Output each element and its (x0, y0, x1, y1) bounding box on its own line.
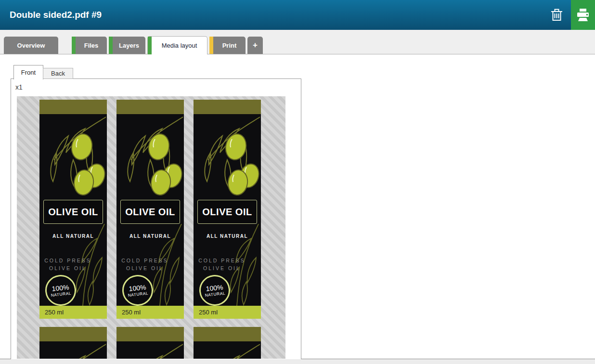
print-label-preview: OLIVE OIL ALL NATURAL COLD PRESS OLIVE O… (39, 327, 107, 359)
tab-label: Print (222, 42, 237, 49)
tab-front[interactable]: Front (13, 65, 43, 79)
tab-layers[interactable]: Layers (109, 37, 145, 54)
olive-branch-illustration (39, 341, 107, 359)
label-body: OLIVE OIL ALL NATURAL COLD PRESS OLIVE O… (194, 114, 261, 306)
label-desc-line2: OLIVE OIL (39, 265, 96, 271)
print-label-preview: OLIVE OIL ALL NATURAL COLD PRESS OLIVE O… (116, 100, 184, 319)
label-body: OLIVE OIL ALL NATURAL COLD PRESS OLIVE O… (194, 341, 261, 359)
label-volume: 250 ml (194, 306, 261, 319)
print-label-preview: OLIVE OIL ALL NATURAL COLD PRESS OLIVE O… (116, 327, 184, 359)
label-top-stripe (39, 100, 107, 114)
preview-card: x1 (11, 78, 301, 359)
label-desc-line2: OLIVE OIL (194, 265, 250, 271)
label-top-stripe (39, 327, 107, 341)
label-desc-line1: COLD PRESS (194, 258, 250, 263)
label-body: OLIVE OIL ALL NATURAL COLD PRESS OLIVE O… (116, 341, 184, 359)
tab-media-layout[interactable]: Media layout (147, 36, 207, 54)
tab-label: Overview (17, 42, 45, 49)
label-title: OLIVE OIL (125, 207, 175, 218)
trash-icon (550, 8, 563, 22)
title-bar: Double sided2.pdf #9 (0, 0, 595, 30)
tab-label: Back (51, 70, 65, 77)
printer-icon (575, 8, 591, 22)
label-desc-line1: COLD PRESS (39, 258, 96, 263)
label-top-stripe (116, 100, 184, 114)
label-tagline: ALL NATURAL (39, 234, 107, 239)
olive-branch-illustration (194, 341, 261, 359)
label-title-frame: OLIVE OIL (120, 200, 180, 224)
tab-back[interactable]: Back (43, 68, 73, 79)
tab-label: Media layout (162, 42, 197, 49)
media-preview-canvas[interactable]: OLIVE OIL ALL NATURAL COLD PRESS OLIVE O… (17, 96, 285, 359)
label-desc-line1: COLD PRESS (116, 258, 173, 263)
label-title: OLIVE OIL (202, 207, 252, 218)
label-body: OLIVE OIL ALL NATURAL COLD PRESS OLIVE O… (39, 114, 107, 306)
olive-branch-illustration (194, 114, 261, 201)
label-desc-line2: OLIVE OIL (116, 265, 173, 271)
label-title-frame: OLIVE OIL (197, 200, 257, 224)
print-label-preview: OLIVE OIL ALL NATURAL COLD PRESS OLIVE O… (194, 100, 261, 319)
label-title-frame: OLIVE OIL (43, 200, 103, 224)
label-body: OLIVE OIL ALL NATURAL COLD PRESS OLIVE O… (116, 114, 184, 306)
label-grid: OLIVE OIL ALL NATURAL COLD PRESS OLIVE O… (39, 100, 271, 359)
status-stripe-green (109, 37, 113, 54)
print-label-preview: OLIVE OIL ALL NATURAL COLD PRESS OLIVE O… (39, 100, 107, 319)
olive-branch-illustration (116, 114, 184, 201)
olive-branch-illustration (116, 341, 184, 359)
tab-label: Front (21, 69, 36, 76)
document-title: Double sided2.pdf #9 (10, 0, 102, 30)
label-title: OLIVE OIL (48, 207, 98, 218)
label-volume: 250 ml (116, 306, 184, 319)
tab-files[interactable]: Files (72, 37, 107, 54)
label-tagline: ALL NATURAL (116, 234, 184, 239)
label-top-stripe (194, 100, 261, 114)
label-tagline: ALL NATURAL (194, 234, 261, 239)
tab-bar: Overview Files Layers Media layout Print… (0, 30, 595, 54)
tab-label: Files (84, 42, 99, 49)
status-stripe-yellow (209, 37, 213, 54)
print-label-preview: OLIVE OIL ALL NATURAL COLD PRESS OLIVE O… (194, 327, 261, 359)
label-volume: 250 ml (39, 306, 107, 319)
plus-icon: + (253, 40, 258, 50)
status-stripe-green (72, 37, 76, 54)
print-button[interactable] (571, 0, 595, 30)
zoom-indicator: x1 (15, 83, 23, 91)
olive-branch-illustration (39, 114, 107, 201)
status-stripe-green (148, 37, 152, 54)
add-tab-button[interactable]: + (247, 37, 263, 54)
label-body: OLIVE OIL ALL NATURAL COLD PRESS OLIVE O… (39, 341, 107, 359)
tab-overview[interactable]: Overview (4, 37, 58, 54)
delete-job-button[interactable] (545, 0, 568, 30)
label-top-stripe (116, 327, 184, 341)
tab-print[interactable]: Print (209, 37, 246, 54)
label-top-stripe (194, 327, 261, 341)
tab-label: Layers (119, 42, 139, 49)
